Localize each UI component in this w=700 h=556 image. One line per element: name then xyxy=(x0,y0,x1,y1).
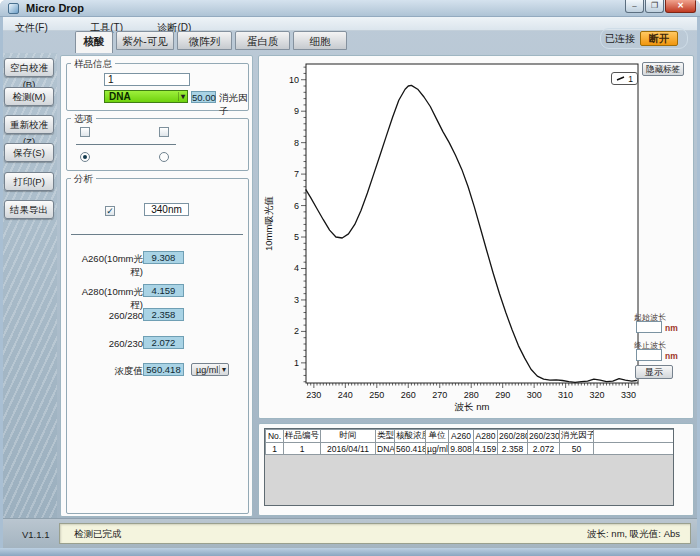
save-button[interactable]: 保存(S) xyxy=(4,143,54,162)
analysis-divider xyxy=(71,234,243,235)
options-title: 选项 xyxy=(71,113,96,126)
connection-group: 已连接 断开 xyxy=(600,28,688,49)
col-filler xyxy=(594,430,675,443)
close-button[interactable]: ✕ xyxy=(665,0,696,13)
concentration-value: 560.418 xyxy=(143,363,184,376)
start-nm-unit: nm xyxy=(665,323,678,333)
sample-panel: 样品信息 DNA ▾ 50.00 消光因子 选项 分析 ✓ 340nm A260… xyxy=(60,55,253,517)
ratio-260-230-value: 2.072 xyxy=(143,336,184,349)
tab-protein[interactable]: 蛋白质 xyxy=(235,31,290,50)
svg-text:250: 250 xyxy=(369,390,384,400)
line-series-icon xyxy=(616,75,626,82)
sample-id-input[interactable] xyxy=(104,73,190,86)
svg-text:230: 230 xyxy=(306,390,321,400)
spectrum-panel: 2302402502602702802903003103203301234567… xyxy=(258,55,694,419)
disconnect-button[interactable]: 断开 xyxy=(640,31,678,46)
chevron-down-icon: ▾ xyxy=(178,92,187,101)
app-icon xyxy=(8,3,19,14)
svg-text:8: 8 xyxy=(294,138,299,148)
blank-calibration-button[interactable]: 空白校准(B) xyxy=(4,58,54,77)
options-divider xyxy=(76,144,176,145)
status-message: 检测已完成 xyxy=(74,528,122,541)
results-panel: No. 样品编号 时间 类型 核酸浓度 单位 A260 A280 260/280… xyxy=(258,423,694,516)
svg-text:4: 4 xyxy=(294,263,299,273)
unit-dropdown[interactable]: µg/ml ▾ xyxy=(191,363,229,376)
cell-no: 1 xyxy=(266,443,284,455)
window-title: Micro Drop xyxy=(26,2,84,14)
svg-text:310: 310 xyxy=(558,390,573,400)
spectrum-chart-svg: 2302402502602702802903003103203301234567… xyxy=(259,56,695,418)
a280-label: A280(10mm光程) xyxy=(71,286,143,312)
chart-legend: 1 xyxy=(611,72,638,85)
col-factor: 消光因子 xyxy=(560,430,594,443)
col-a260: A260 xyxy=(449,430,474,443)
svg-text:290: 290 xyxy=(495,390,510,400)
sample-info-title: 样品信息 xyxy=(71,58,115,71)
ratio-260-280-value: 2.358 xyxy=(143,308,184,321)
table-row[interactable]: 1 1 2016/04/11 DNA 560.418 µg/ml 9.808 4… xyxy=(266,443,675,455)
svg-text:3: 3 xyxy=(294,295,299,305)
title-bar: Micro Drop – ❐ ✕ xyxy=(0,0,700,17)
cell-concentration: 560.418 xyxy=(395,443,426,455)
maximize-button[interactable]: ❐ xyxy=(645,0,664,13)
extinction-factor-label: 消光因子 xyxy=(219,92,252,118)
cell-260-230: 2.072 xyxy=(528,443,560,455)
show-button[interactable]: 显示 xyxy=(635,365,673,379)
tab-bar: 核酸 紫外-可见 微阵列 蛋白质 细胞 已连接 断开 xyxy=(3,31,697,53)
col-260-230: 260/230 xyxy=(528,430,560,443)
version-label: V1.1.1 xyxy=(22,529,49,540)
col-unit: 单位 xyxy=(426,430,449,443)
tab-cell[interactable]: 细胞 xyxy=(293,31,347,50)
unit-value: µg/ml xyxy=(196,365,218,375)
col-a280: A280 xyxy=(474,430,498,443)
cell-unit: µg/ml xyxy=(426,443,449,455)
print-button[interactable]: 打印(P) xyxy=(4,172,54,191)
svg-text:10: 10 xyxy=(289,75,299,85)
col-type: 类型 xyxy=(376,430,395,443)
svg-text:2: 2 xyxy=(294,326,299,336)
cell-factor: 50 xyxy=(560,443,594,455)
svg-text:300: 300 xyxy=(527,390,542,400)
svg-text:320: 320 xyxy=(590,390,605,400)
status-message-panel: 检测已完成 波长: nm, 吸光值: Abs xyxy=(59,523,691,544)
sample-type-value: DNA xyxy=(109,91,131,102)
table-header-row: No. 样品编号 时间 类型 核酸浓度 单位 A260 A280 260/280… xyxy=(266,430,675,443)
wavelength-input[interactable]: 340nm xyxy=(144,203,189,216)
option-checkbox-1[interactable] xyxy=(80,127,90,137)
option-radio-2[interactable] xyxy=(159,152,169,162)
legend-entry: 1 xyxy=(628,74,633,84)
svg-text:波长 nm: 波长 nm xyxy=(455,401,490,412)
tab-microarray[interactable]: 微阵列 xyxy=(177,31,232,50)
svg-text:260: 260 xyxy=(401,390,416,400)
option-radio-1[interactable] xyxy=(80,152,90,162)
tab-uv-vis[interactable]: 紫外-可见 xyxy=(116,31,174,50)
svg-text:7: 7 xyxy=(294,169,299,179)
svg-text:280: 280 xyxy=(464,390,479,400)
a260-label: A260(10mm光程) xyxy=(71,253,143,279)
wavelength-checkbox[interactable]: ✓ xyxy=(105,206,115,216)
window-frame-bottom xyxy=(0,548,700,556)
svg-text:270: 270 xyxy=(432,390,447,400)
svg-text:6: 6 xyxy=(294,201,299,211)
menu-bar: 文件(F) 工具(T) 诊断(D) xyxy=(3,17,697,31)
status-bar: V1.1.1 检测已完成 波长: nm, 吸光值: Abs xyxy=(3,518,697,548)
col-time: 时间 xyxy=(321,430,376,443)
export-results-button[interactable]: 结果导出 xyxy=(4,200,54,219)
sample-type-dropdown[interactable]: DNA ▾ xyxy=(104,90,188,103)
measure-button[interactable]: 检测(M) xyxy=(4,87,54,106)
tab-nucleic-acid[interactable]: 核酸 xyxy=(75,31,113,53)
recalibrate-button[interactable]: 重新校准(Z) xyxy=(4,115,54,134)
cell-260-280: 2.358 xyxy=(498,443,528,455)
end-wavelength-input[interactable] xyxy=(636,349,662,361)
option-checkbox-2[interactable] xyxy=(159,127,169,137)
chevron-down-icon: ▾ xyxy=(219,365,228,374)
svg-text:10mm吸光值: 10mm吸光值 xyxy=(263,196,274,251)
a280-value: 4.159 xyxy=(143,284,184,297)
minimize-button[interactable]: – xyxy=(625,0,644,13)
checkmark-icon: ✓ xyxy=(106,206,114,216)
hide-labels-button[interactable]: 隐藏标签 xyxy=(642,62,684,76)
concentration-label: 浓度值 xyxy=(71,365,143,378)
cell-sample-id: 1 xyxy=(284,443,321,455)
cell-time: 2016/04/11 xyxy=(321,443,376,455)
start-wavelength-input[interactable] xyxy=(636,321,662,333)
